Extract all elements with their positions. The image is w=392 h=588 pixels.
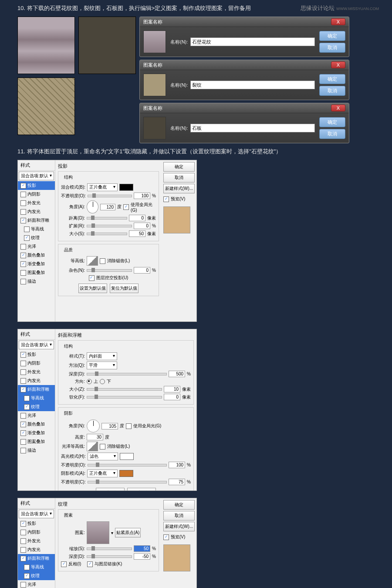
preview-thumb (163, 206, 190, 233)
texture-stone-slab (78, 17, 136, 74)
pattern-name-dialog-2: 图案名称X 名称(N): 确定 取消 (139, 60, 349, 100)
ok-button[interactable]: 确定 (163, 162, 195, 172)
ok-button[interactable]: 确定 (319, 117, 345, 127)
layer-style-bevel: 样式 混合选项:默认▾ 投影 内阴影 外发光 内发光 斜面和浮雕 等高线 纹理 … (17, 329, 197, 491)
pattern-thumb (143, 74, 166, 96)
step-11-text: 11. 将字体图层置于顶层，重命名为"文字1"取消隐藏，并做以下设置（设置纹理图… (0, 143, 392, 160)
cancel-button[interactable]: 取消 (163, 173, 195, 182)
style-outer-glow[interactable]: 外发光 (18, 199, 55, 207)
close-icon[interactable]: X (331, 105, 345, 112)
dir-up-radio[interactable] (87, 379, 92, 384)
style-contour[interactable]: 等高线 (18, 225, 55, 233)
style-gradient-overlay[interactable]: 渐变叠加 (18, 260, 55, 268)
layer-style-drop-shadow: 样式 混合选项:默认▾ 投影 内阴影 外发光 内发光 斜面和浮雕 等高线 纹理 … (17, 160, 197, 322)
style-bevel[interactable]: 斜面和浮雕 (18, 216, 55, 225)
style-inner-shadow[interactable]: 内阴影 (18, 190, 55, 199)
cancel-button[interactable]: 取消 (319, 86, 345, 96)
layer-style-texture: 样式 混合选项:默认▾ 投影 内阴影 外发光 内发光 斜面和浮雕 等高线 纹理 … (17, 498, 197, 588)
style-inner-glow[interactable]: 内发光 (18, 207, 55, 216)
close-icon[interactable]: X (331, 18, 345, 25)
style-pattern-overlay[interactable]: 图案叠加 (18, 268, 55, 277)
reset-default-button[interactable]: 复位为默认值 (110, 284, 139, 293)
dir-down-radio[interactable] (100, 379, 105, 384)
opacity-input[interactable]: 100 (134, 193, 150, 199)
blend-mode-combo[interactable]: 正片叠底▾ (87, 183, 118, 191)
pattern-thumb (143, 30, 166, 53)
pattern-picker[interactable] (87, 521, 109, 544)
close-icon[interactable]: X (331, 61, 345, 68)
new-style-button[interactable]: 新建样式(W)... (163, 184, 195, 193)
pattern-name-input[interactable] (190, 37, 315, 46)
texture-cracks (17, 78, 75, 135)
pattern-name-input[interactable] (190, 124, 315, 132)
texture-stone-wall (17, 17, 75, 74)
opacity-slider[interactable] (88, 195, 132, 197)
style-color-overlay[interactable]: 颜色叠加 (18, 251, 55, 260)
shadow-color[interactable] (119, 184, 133, 191)
style-drop-shadow[interactable]: 投影 (18, 181, 55, 190)
make-default-button[interactable]: 设置为默认值 (78, 284, 107, 293)
blend-options-combo[interactable]: 混合选项:默认▾ (19, 172, 54, 180)
angle-dial[interactable] (87, 200, 98, 213)
style-stroke[interactable]: 描边 (18, 277, 55, 286)
contour-picker[interactable] (87, 256, 98, 266)
style-satin[interactable]: 光泽 (18, 242, 55, 251)
cancel-button[interactable]: 取消 (319, 129, 345, 139)
style-texture[interactable]: 纹理 (18, 233, 55, 242)
cancel-button[interactable]: 取消 (319, 43, 345, 53)
pattern-name-input[interactable] (190, 81, 315, 89)
watermark: 思缘设计论坛 WWW.MISSYUAN.COM (301, 4, 379, 12)
snap-origin-button[interactable]: 贴紧原点(A) (115, 528, 141, 537)
ok-button[interactable]: 确定 (319, 31, 345, 41)
pattern-name-dialog-3: 图案名称X 名称(N): 确定 取消 (139, 103, 349, 143)
pattern-thumb (143, 117, 166, 139)
ok-button[interactable]: 确定 (319, 74, 345, 84)
pattern-name-dialog-1: 图案名称X 名称(N): 确定 取消 (139, 17, 349, 57)
